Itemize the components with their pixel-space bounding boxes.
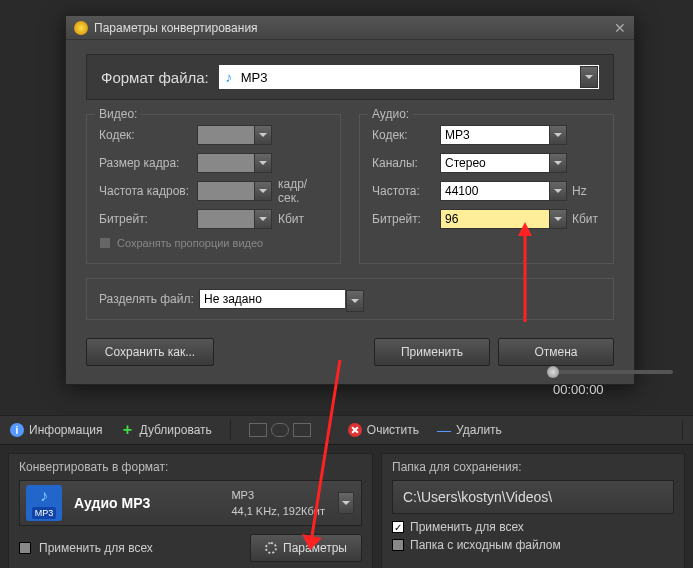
playback-time-area: 00:00:00 <box>553 370 673 397</box>
delete-icon: — <box>437 423 451 437</box>
music-note-icon: ♪ <box>219 69 239 85</box>
apply-all-save-checkbox[interactable]: ✓ Применить для всех <box>392 520 674 534</box>
audio-fieldset: Аудио: Кодек: MP3 Каналы: Стерео Частота… <box>359 114 614 264</box>
audio-codec-select[interactable]: MP3 <box>440 125 567 145</box>
duplicate-button[interactable]: +Дублировать <box>120 423 211 437</box>
keep-aspect-checkbox: Сохранять пропорции видео <box>99 237 328 249</box>
annotation-arrow <box>515 222 535 325</box>
audio-legend: Аудио: <box>368 107 413 121</box>
dropdown-icon[interactable] <box>549 181 567 201</box>
annotation-arrow <box>300 360 350 553</box>
gear-icon <box>265 542 277 554</box>
audio-channels-select[interactable]: Стерео <box>440 153 567 173</box>
video-framerate-select <box>197 181 272 201</box>
slider-knob[interactable] <box>547 366 559 378</box>
video-framerate-label: Частота кадров: <box>99 184 197 198</box>
dropdown-icon[interactable] <box>549 209 567 229</box>
video-legend: Видео: <box>95 107 141 121</box>
svg-line-2 <box>312 360 340 536</box>
view-list-icon[interactable] <box>249 423 267 437</box>
plus-icon: + <box>120 423 134 437</box>
dropdown-icon[interactable] <box>346 290 364 312</box>
info-button[interactable]: iИнформация <box>10 423 102 437</box>
save-panel-title: Папка для сохранения: <box>392 460 674 474</box>
view-toggle-icon[interactable] <box>271 423 289 437</box>
save-as-button[interactable]: Сохранить как... <box>86 338 214 366</box>
audio-rate-select[interactable]: 44100 <box>440 181 567 201</box>
video-framesize-select <box>197 153 272 173</box>
dropdown-icon[interactable] <box>549 125 567 145</box>
close-icon[interactable]: ✕ <box>614 20 626 36</box>
audio-bitrate-unit: Кбит <box>567 212 601 226</box>
file-format-row: Формат файла: ♪ MP3 <box>86 54 614 100</box>
split-file-label: Разделять файл: <box>99 292 199 306</box>
info-icon: i <box>10 423 24 437</box>
file-format-select[interactable]: ♪ MP3 <box>219 65 599 89</box>
dropdown-icon <box>254 209 272 229</box>
svg-marker-0 <box>518 222 532 236</box>
video-bitrate-select <box>197 209 272 229</box>
video-codec-label: Кодек: <box>99 128 197 142</box>
delete-button[interactable]: —Удалить <box>437 423 502 437</box>
file-format-value: MP3 <box>239 70 579 85</box>
checkbox-icon <box>99 237 111 249</box>
time-slider[interactable] <box>553 370 673 374</box>
video-bitrate-label: Битрейт: <box>99 212 197 226</box>
cancel-button[interactable]: Отмена <box>498 338 614 366</box>
svg-marker-3 <box>302 534 322 550</box>
file-format-label: Формат файла: <box>101 69 209 86</box>
audio-bitrate-label: Битрейт: <box>372 212 440 226</box>
split-file-select[interactable]: Не задано <box>199 289 365 309</box>
dropdown-icon[interactable] <box>549 153 567 173</box>
clear-button[interactable]: Очистить <box>348 423 419 437</box>
mp3-badge-icon: MP3 <box>26 485 62 521</box>
audio-bitrate-select[interactable]: 96 <box>440 209 567 229</box>
dropdown-icon <box>254 153 272 173</box>
audio-rate-unit: Hz <box>567 184 601 198</box>
app-icon <box>74 21 88 35</box>
audio-codec-label: Кодек: <box>372 128 440 142</box>
save-path-field[interactable]: C:\Users\kostyn\Videos\ <box>392 480 674 514</box>
apply-button[interactable]: Применить <box>374 338 490 366</box>
video-framesize-label: Размер кадра: <box>99 156 197 170</box>
time-display: 00:00:00 <box>553 382 673 397</box>
checkbox-icon <box>392 539 404 551</box>
framerate-unit: кадр/сек. <box>272 177 328 205</box>
audio-rate-label: Частота: <box>372 184 440 198</box>
apply-all-checkbox[interactable] <box>19 542 31 554</box>
apply-all-label: Применить для всех <box>39 541 153 555</box>
dropdown-icon[interactable] <box>580 66 598 88</box>
video-bitrate-unit: Кбит <box>272 212 328 226</box>
video-codec-select <box>197 125 272 145</box>
format-name: Аудио MP3 <box>74 495 219 511</box>
audio-channels-label: Каналы: <box>372 156 440 170</box>
dialog-title: Параметры конвертирования <box>94 21 614 35</box>
conversion-settings-dialog: Параметры конвертирования ✕ Формат файла… <box>65 15 635 385</box>
save-folder-panel: Папка для сохранения: C:\Users\kostyn\Vi… <box>381 453 685 568</box>
checkbox-icon: ✓ <box>392 521 404 533</box>
dropdown-icon <box>254 125 272 145</box>
dialog-titlebar[interactable]: Параметры конвертирования ✕ <box>66 16 634 40</box>
video-fieldset: Видео: Кодек: Размер кадра: Частота кадр… <box>86 114 341 264</box>
source-folder-checkbox[interactable]: Папка с исходным файлом <box>392 538 674 552</box>
dropdown-icon <box>254 181 272 201</box>
